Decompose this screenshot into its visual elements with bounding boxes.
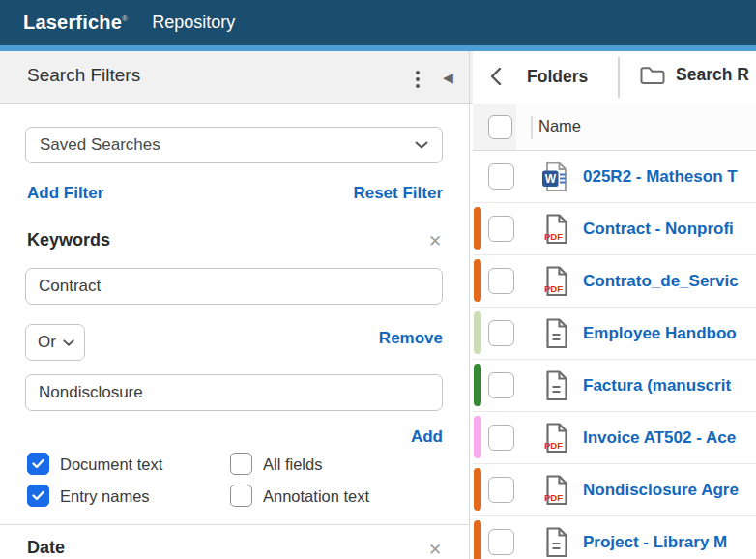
table-row[interactable]: Employee Handboo (473, 308, 756, 360)
saved-searches-select[interactable]: Saved Searches (25, 127, 443, 163)
chevron-down-icon (415, 141, 428, 149)
panel-divider (469, 51, 470, 559)
row-checkbox[interactable] (488, 320, 514, 346)
select-all-checkbox[interactable] (488, 115, 512, 139)
table-row[interactable]: PDFContract - Nonprofi (473, 203, 756, 255)
table-row[interactable]: W025R2 - Matheson T (473, 151, 756, 203)
row-checkbox[interactable] (488, 163, 514, 190)
checkbox-document-text[interactable] (27, 453, 49, 475)
table-row[interactable]: PDFContrato_de_Servic (473, 255, 756, 308)
list-header: Name (473, 104, 756, 151)
kebab-menu-icon[interactable] (414, 69, 422, 90)
table-row[interactable]: PDFInvoice AT502 - Ace (473, 412, 756, 464)
file-list: W025R2 - Matheson TPDFContract - Nonprof… (473, 151, 756, 559)
collapse-panel-icon[interactable]: ◀ (443, 70, 453, 85)
column-resize-handle[interactable] (531, 116, 533, 139)
row-name-link[interactable]: Employee Handboo (583, 324, 756, 343)
svg-text:W: W (545, 172, 557, 186)
check-icon (32, 458, 44, 469)
row-name-link[interactable]: Contract - Nonprofi (583, 220, 756, 239)
row-checkbox[interactable] (488, 425, 514, 451)
folder-listing-panel: Folders Search R Name W025R2 - Matheson … (473, 51, 756, 559)
doc-icon (541, 317, 570, 350)
operator-select[interactable]: Or (25, 324, 85, 361)
row-name-link[interactable]: Factura (manuscrit (583, 376, 756, 396)
checkbox-annotation-text[interactable] (230, 485, 252, 507)
checkbox-all-fields[interactable] (230, 453, 252, 475)
pdf-icon: PDF (541, 265, 570, 298)
breadcrumb-folders[interactable]: Folders (527, 67, 588, 87)
word-icon: W (541, 161, 570, 193)
table-row[interactable]: Project - Library M (473, 516, 756, 559)
close-icon[interactable]: ✕ (428, 231, 442, 251)
tab-label: Search R (676, 65, 749, 85)
row-checkbox[interactable] (488, 529, 514, 555)
checkbox-label: Document text (60, 456, 162, 474)
row-checkbox[interactable] (488, 477, 514, 503)
saved-searches-value: Saved Searches (40, 135, 160, 155)
keyword-input-1[interactable] (25, 268, 443, 305)
doc-icon (541, 369, 570, 402)
row-color-bar (474, 520, 481, 559)
row-color-bar (474, 364, 481, 406)
keyword-input-2[interactable] (25, 374, 443, 411)
folder-icon (639, 63, 666, 86)
row-checkbox[interactable] (488, 216, 514, 242)
doc-icon (541, 526, 570, 559)
date-section-title: Date (27, 538, 65, 558)
row-name-link[interactable]: Project - Library M (583, 533, 756, 552)
row-color-bar (474, 468, 481, 511)
svg-text:PDF: PDF (544, 282, 563, 293)
keywords-section-title: Keywords (27, 230, 110, 250)
checkbox-entry-names[interactable] (27, 485, 49, 507)
app-title: Repository (152, 13, 235, 33)
back-chevron-icon[interactable] (489, 66, 503, 87)
pdf-icon: PDF (541, 422, 570, 455)
svg-text:PDF: PDF (544, 230, 563, 241)
pdf-icon: PDF (541, 213, 570, 246)
row-color-bar (474, 259, 481, 302)
svg-text:PDF: PDF (544, 491, 563, 502)
laserfiche-repository-window: Laserfiche® Repository Search Filters ◀ … (0, 0, 756, 559)
row-checkbox[interactable] (488, 372, 514, 398)
reset-filter-link[interactable]: Reset Filter (353, 184, 443, 203)
close-icon[interactable]: ✕ (428, 540, 442, 559)
row-name-link[interactable]: Invoice AT502 - Ace (583, 428, 756, 448)
add-filter-link[interactable]: Add Filter (27, 184, 103, 203)
table-row[interactable]: Factura (manuscrit (473, 360, 756, 412)
checkbox-label: Annotation text (263, 487, 369, 506)
breadcrumb: Folders Search R (473, 51, 756, 104)
laserfiche-logo: Laserfiche® (23, 12, 128, 34)
row-name-link[interactable]: 025R2 - Matheson T (583, 167, 756, 187)
section-divider (0, 524, 470, 525)
row-color-bar (474, 416, 481, 458)
top-app-bar: Laserfiche® Repository (0, 0, 756, 45)
remove-link[interactable]: Remove (379, 329, 443, 348)
pdf-icon: PDF (541, 474, 570, 507)
row-name-link[interactable]: Contrato_de_Servic (583, 272, 756, 291)
name-column-header[interactable]: Name (538, 117, 581, 135)
check-icon (32, 490, 44, 501)
table-row[interactable]: PDFNondisclosure Agre (473, 464, 756, 516)
breadcrumb-divider (618, 57, 620, 98)
checkbox-label: Entry names (60, 487, 150, 506)
operator-value: Or (38, 333, 56, 352)
chevron-down-icon (63, 339, 74, 346)
row-checkbox[interactable] (488, 268, 514, 294)
tab-search-results[interactable]: Search R (639, 63, 749, 86)
row-name-link[interactable]: Nondisclosure Agre (583, 481, 756, 500)
row-color-bar (474, 207, 481, 250)
trademark-mark: ® (122, 15, 128, 23)
search-filters-title: Search Filters (27, 65, 140, 86)
checkbox-label: All fields (263, 456, 322, 474)
row-color-bar (474, 311, 481, 354)
add-link[interactable]: Add (411, 427, 443, 447)
svg-text:PDF: PDF (544, 439, 563, 450)
